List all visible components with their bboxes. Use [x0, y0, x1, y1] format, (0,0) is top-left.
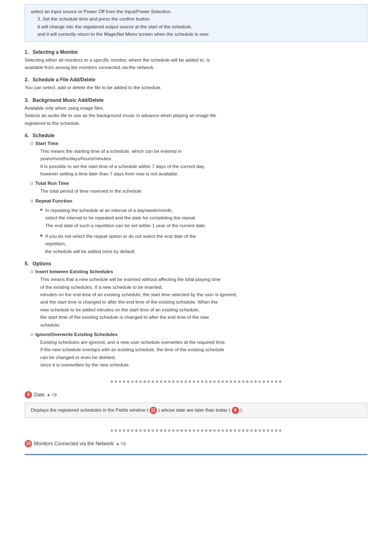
start-time-content: This means the starting time of a schedu…	[40, 147, 367, 178]
info-text-middle: ) whose date are later than today (	[158, 408, 230, 412]
repeat-bullets: In repeating the schedule at an interval…	[40, 207, 367, 255]
date-up-row: 9 Date ▲ Up	[25, 391, 367, 398]
section-5-title: 5. Options	[25, 261, 367, 267]
subsection-insert: Insert between Existing Schedules This m…	[30, 269, 367, 329]
bullet-2: If you do not select the repeat option o…	[40, 233, 367, 255]
section-4: 4. Schedule Start Time This means the st…	[25, 133, 367, 255]
bullet-dot	[40, 209, 42, 211]
section-4-title: 4. Schedule	[25, 133, 367, 138]
intro-line1: select an input source or Power Off from…	[31, 8, 361, 15]
bottom-bar	[25, 454, 367, 455]
icon-9: 9	[25, 391, 32, 398]
date-label: Date	[34, 392, 44, 398]
up-arrow-monitors[interactable]: ▲ Up	[115, 441, 126, 446]
section-5: 5. Options Insert between Existing Sched…	[25, 261, 367, 368]
section-3-body1: Available only when using image files.	[25, 104, 367, 112]
intro-item3-sub1: It will change into the registered outpu…	[37, 24, 192, 29]
insert-content: This means that a new schedule will be i…	[40, 276, 367, 329]
section-3-title: 3. Background Music Add/Delete	[25, 97, 367, 103]
section-1: 1. Selecting a Monitor Selecting either …	[25, 49, 367, 71]
bullet-dot	[40, 235, 42, 237]
page-container: select an input source or Power Off from…	[0, 0, 392, 467]
circle-icon	[30, 333, 33, 336]
main-list: 1. Selecting a Monitor Selecting either …	[25, 49, 367, 369]
section-5-sublist: Insert between Existing Schedules This m…	[30, 269, 367, 368]
section-1-body: Selecting either all monitors or a speci…	[25, 56, 367, 71]
divider-2	[25, 429, 367, 432]
up-arrow-date[interactable]: ▲ Up	[46, 392, 57, 397]
info-text-before: Displays the registered schedules in the…	[31, 408, 148, 412]
circle-icon	[30, 182, 33, 185]
repeat-function-content: In repeating the schedule at an interval…	[40, 207, 367, 255]
ignore-content: Existing schedules are ignored, and a ne…	[40, 339, 367, 369]
icon-9b: 9	[232, 407, 239, 414]
divider-1	[25, 380, 367, 383]
icon-10: 10	[25, 440, 32, 447]
monitors-row: 10 Monitors Connected via the Network ▲ …	[25, 440, 367, 447]
intro-item3: 3. Set the schedule time and press the c…	[37, 15, 361, 38]
section-2-body: You can select, add or delete the file t…	[25, 84, 367, 91]
section-3: 3. Background Music Add/Delete Available…	[25, 97, 367, 127]
monitors-section: 10 Monitors Connected via the Network ▲ …	[25, 440, 367, 455]
total-run-time-content: The total period of time reserved in the…	[40, 187, 367, 195]
monitors-label: Monitors Connected via the Network	[34, 441, 113, 447]
intro-item3-sub2: and it will correctly return to the Magi…	[37, 32, 210, 37]
date-info-box: Displays the registered schedules in the…	[25, 403, 367, 418]
circle-icon	[30, 142, 33, 145]
subsection-repeat-function: Repeat Function In repeating the schedul…	[30, 198, 367, 255]
intro-box: select an input source or Power Off from…	[25, 4, 367, 42]
section-4-sublist: Start Time This means the starting time …	[30, 141, 367, 255]
intro-item3-text: Set the schedule time and press the conf…	[43, 16, 151, 21]
circle-icon	[30, 270, 33, 273]
section-2-title: 2. Schedule a File Add/Delete	[25, 77, 367, 83]
subsection-total-run-time: Total Run Time The total period of time …	[30, 181, 367, 195]
subsection-ignore: Ignore/Overwrite Existing Schedules Exis…	[30, 332, 367, 369]
intro-item3-label: 3.	[37, 16, 42, 21]
date-section: 9 Date ▲ Up Displays the registered sche…	[25, 391, 367, 418]
section-3-body2: Selects an audio file to use as the back…	[25, 112, 367, 127]
circle-icon	[30, 200, 33, 203]
info-text-after: ).	[240, 408, 243, 412]
bullet-2-text: If you do not select the repeat option o…	[45, 233, 196, 255]
bullet-1: In repeating the schedule at an interval…	[40, 207, 367, 229]
section-1-title: 1. Selecting a Monitor	[25, 49, 367, 55]
subsection-start-time: Start Time This means the starting time …	[30, 141, 367, 178]
icon-11: 11	[150, 407, 157, 414]
section-2: 2. Schedule a File Add/Delete You can se…	[25, 77, 367, 91]
bullet-1-text: In repeating the schedule at an interval…	[45, 207, 206, 229]
